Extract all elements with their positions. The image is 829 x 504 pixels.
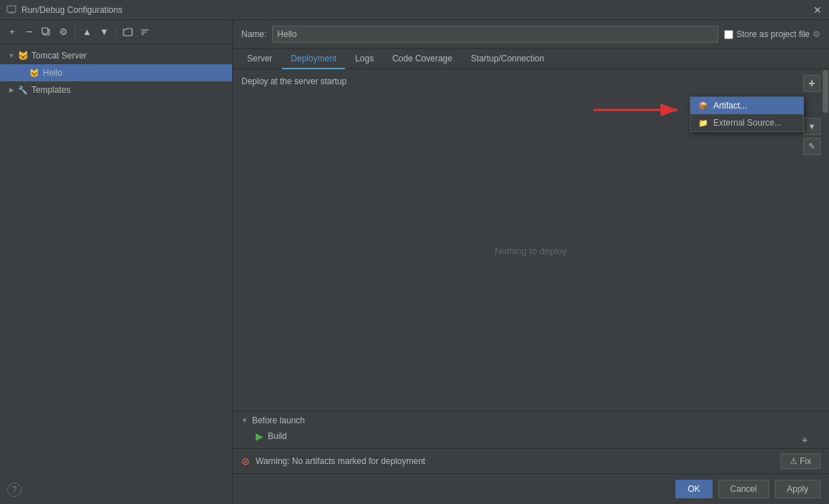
templates-label: Templates bbox=[31, 85, 71, 95]
nothing-to-deploy: Nothing to deploy bbox=[495, 246, 567, 256]
add-deploy-button[interactable]: + bbox=[803, 75, 820, 92]
arrow-svg bbox=[593, 100, 686, 120]
tree-templates[interactable]: ▶ 🔧 Templates bbox=[0, 81, 232, 99]
dropdown-menu: 📦 Artifact... 📁 External Source... bbox=[690, 96, 804, 132]
deploy-label: Deploy at the server startup bbox=[233, 69, 829, 91]
warning-bar: ⊘ Warning: No artifacts marked for deplo… bbox=[233, 448, 829, 473]
before-launch-add-button[interactable]: + bbox=[798, 433, 812, 447]
apply-button[interactable]: Apply bbox=[775, 480, 820, 498]
deploy-list-area: Nothing to deploy bbox=[233, 91, 829, 410]
hello-label: Hello bbox=[43, 68, 62, 78]
tabs-row: Server Deployment Logs Code Coverage Sta… bbox=[233, 49, 829, 69]
ok-button[interactable]: OK bbox=[675, 480, 712, 498]
close-button[interactable]: ✕ bbox=[812, 4, 823, 16]
title-bar-title: Run/Debug Configurations bbox=[21, 5, 812, 15]
store-label: Store as project file bbox=[736, 29, 810, 39]
templates-expand-icon: ▶ bbox=[6, 84, 17, 96]
content-area: Deploy at the server startup + 📦 Artifac… bbox=[233, 69, 829, 410]
build-icon: ▶ bbox=[256, 430, 263, 442]
warning-icon: ⊘ bbox=[241, 455, 250, 467]
warning-text: Warning: No artifacts marked for deploym… bbox=[256, 456, 775, 466]
toolbar-separator-2 bbox=[116, 26, 116, 38]
tab-logs[interactable]: Logs bbox=[346, 49, 382, 69]
before-launch-section: ▼ Before launch ▶ Build + bbox=[233, 410, 829, 448]
dropdown-artifact[interactable]: 📦 Artifact... bbox=[690, 97, 803, 114]
name-label: Name: bbox=[241, 29, 266, 39]
name-input[interactable] bbox=[272, 26, 718, 43]
tab-deployment[interactable]: Deployment bbox=[282, 49, 345, 69]
edit-deploy-button[interactable]: ✎ bbox=[803, 138, 820, 155]
store-checkbox[interactable] bbox=[724, 30, 733, 39]
tab-server[interactable]: Server bbox=[238, 49, 281, 69]
move-down-button[interactable]: ▼ bbox=[96, 24, 112, 40]
fix-button[interactable]: ⚠ Fix bbox=[780, 453, 820, 469]
before-launch-title: Before launch bbox=[252, 415, 305, 425]
cancel-button[interactable]: Cancel bbox=[718, 480, 769, 498]
tomcat-server-label: Tomcat Server bbox=[31, 51, 86, 61]
tree-tomcat-server[interactable]: ▼ 🐱 Tomcat Server bbox=[0, 47, 232, 64]
store-gear-icon[interactable]: ⚙ bbox=[813, 29, 820, 39]
before-launch-toggle[interactable]: ▼ bbox=[241, 417, 248, 424]
remove-config-button[interactable]: − bbox=[21, 24, 37, 40]
store-checkbox-area: Store as project file ⚙ bbox=[724, 29, 820, 39]
settings-config-button[interactable]: ⚙ bbox=[56, 24, 71, 40]
before-launch-build: ▶ Build + bbox=[241, 428, 820, 444]
add-config-button[interactable]: + bbox=[4, 24, 20, 40]
tomcat-icon: 🐱 bbox=[17, 50, 29, 61]
svg-rect-4 bbox=[42, 28, 48, 34]
right-panel: Name: Store as project file ⚙ Server Dep… bbox=[233, 20, 829, 504]
scroll-thumb[interactable] bbox=[823, 70, 828, 113]
templates-icon: 🔧 bbox=[17, 84, 29, 96]
config-tree: ▼ 🐱 Tomcat Server 🐱 Hello ▶ 🔧 Templates bbox=[0, 44, 232, 504]
left-toolbar: + − ⚙ ▲ ▼ bbox=[0, 20, 232, 44]
before-launch-header: ▼ Before launch bbox=[241, 415, 820, 425]
bottom-bar: OK Cancel Apply bbox=[233, 473, 829, 504]
sort-button[interactable] bbox=[137, 24, 153, 40]
tab-code-coverage[interactable]: Code Coverage bbox=[383, 49, 461, 69]
hello-icon: 🐱 bbox=[29, 67, 40, 79]
build-label: Build bbox=[268, 431, 287, 441]
dropdown-external-source[interactable]: 📁 External Source... bbox=[690, 114, 803, 131]
tab-startup[interactable]: Startup/Connection bbox=[462, 49, 553, 69]
toolbar-separator bbox=[75, 26, 76, 38]
left-panel: + − ⚙ ▲ ▼ bbox=[0, 20, 233, 504]
artifact-icon: 📦 bbox=[698, 100, 709, 111]
external-source-icon: 📁 bbox=[698, 117, 709, 128]
move-up-button[interactable]: ▲ bbox=[79, 24, 95, 40]
tree-hello-item[interactable]: 🐱 Hello bbox=[0, 64, 232, 81]
folder-button[interactable] bbox=[120, 24, 136, 40]
help-button[interactable]: ? bbox=[7, 483, 21, 497]
expand-icon: ▼ bbox=[6, 50, 17, 61]
scroll-track bbox=[822, 69, 829, 410]
title-bar: Run/Debug Configurations ✕ bbox=[0, 0, 829, 20]
title-bar-icon bbox=[6, 4, 17, 16]
artifact-label: Artifact... bbox=[713, 101, 747, 111]
copy-config-button[interactable] bbox=[39, 24, 54, 40]
svg-rect-0 bbox=[7, 6, 16, 12]
name-row: Name: Store as project file ⚙ bbox=[233, 20, 829, 49]
move-down-deploy-button[interactable]: ▼ bbox=[803, 118, 820, 135]
red-arrow bbox=[593, 100, 686, 122]
side-buttons: + bbox=[803, 75, 820, 92]
external-source-label: External Source... bbox=[713, 118, 781, 128]
